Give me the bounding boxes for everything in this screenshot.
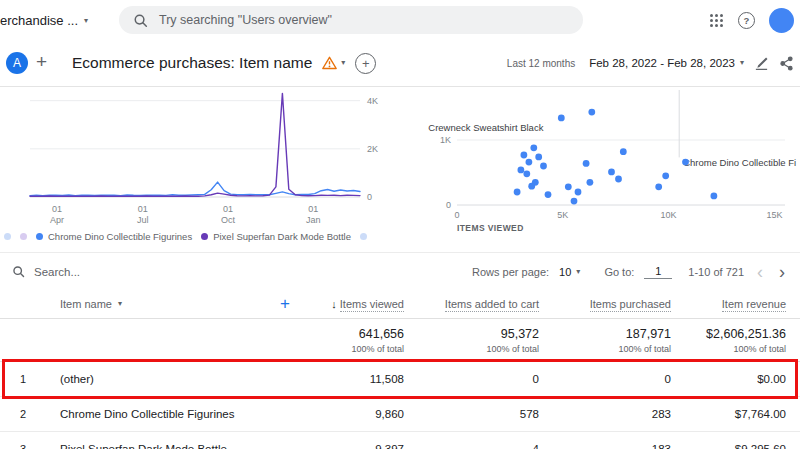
help-icon[interactable]: ? [738,12,755,29]
topbar-actions: ? [709,0,794,40]
legend-dot [201,233,208,240]
legend-overflow-dot [20,233,27,240]
svg-text:ITEMS VIEWED: ITEMS VIEWED [457,223,524,233]
pagination-controls: Rows per page: 10 ▾ Go to: 1 1-10 of 721… [472,263,788,281]
chevron-down-icon: ▾ [84,17,88,25]
svg-text:0: 0 [367,192,372,202]
legend-item[interactable]: Chrome Dino Collectible Figurines [36,231,192,242]
table-controls: Search... Rows per page: 10 ▾ Go to: 1 1… [0,252,800,290]
svg-text:01: 01 [223,204,233,214]
svg-text:Chrome Dino Collectible Fi: Chrome Dino Collectible Fi [683,157,796,168]
chevron-down-icon: ▾ [576,268,580,276]
svg-text:10K: 10K [661,210,677,220]
svg-text:Apr: Apr [50,215,64,225]
data-quality-button[interactable]: ▾ [322,56,345,70]
date-preset-label: Last 12 months [507,58,575,69]
svg-text:Jul: Jul [137,215,149,225]
total-item-revenue: $2,606,251.36 100% of total [673,327,800,354]
table-search[interactable]: Search... [12,265,80,278]
cell-items-purchased: 283 [541,408,673,420]
data-table: Item name ▾ + ↓Items viewed Items added … [0,290,800,449]
svg-text:Jan: Jan [306,215,321,225]
prev-page-button[interactable]: ‹ [754,263,766,281]
legend-item[interactable]: Pixel Superfan Dark Mode Bottle [201,231,351,242]
date-range-picker[interactable]: Feb 28, 2022 - Feb 28, 2023 ▾ [589,57,744,69]
warning-icon [322,56,337,70]
top-app-bar: erchandise ... ▾ Try searching "Users ov… [0,0,800,40]
table-row[interactable]: 3 Pixel Superfan Dark Mode Bottle 9,397 … [0,432,800,449]
total-items-added: 95,372 100% of total [406,327,541,354]
cell-items-added: 0 [406,373,541,385]
apps-grid-icon[interactable] [709,13,724,28]
add-comparison-button[interactable]: + [36,51,47,73]
svg-text:01: 01 [138,204,148,214]
total-items-viewed: 641,656 100% of total [302,327,406,354]
column-header-items-purchased[interactable]: Items purchased [541,298,673,310]
svg-text:0: 0 [454,210,459,220]
cell-item-revenue: $7,764.00 [673,408,800,420]
add-metric-button[interactable]: + [355,53,376,74]
date-range-value: Feb 28, 2022 - Feb 28, 2023 [589,57,735,69]
pagination-range: 1-10 of 721 [688,266,744,278]
svg-text:2K: 2K [367,144,378,154]
rows-per-page-select[interactable]: 10 ▾ [559,266,580,278]
scatter-chart-svg[interactable]: 1K005K10K15KITEMS VIEWEDCrewneck Sweatsh… [420,86,800,236]
legend-overflow-dot [4,233,11,240]
legend-dot [36,233,43,240]
comparison-chip[interactable]: A [6,52,28,74]
legend-label: Chrome Dino Collectible Figurines [48,231,192,242]
cell-items-purchased: 0 [541,373,673,385]
next-page-button[interactable]: › [776,263,788,281]
search-placeholder: Try searching "Users overview" [159,13,332,27]
global-search-bar[interactable]: Try searching "Users overview" [119,6,583,34]
goto-page-input[interactable]: 1 [644,264,672,279]
svg-text:0: 0 [446,200,451,210]
row-index: 1 [0,373,44,385]
report-header-actions: Last 12 months Feb 28, 2022 - Feb 28, 20… [507,40,794,86]
column-header-items-added[interactable]: Items added to cart [406,298,541,310]
column-header-item-name[interactable]: Item name ▾ + [44,294,302,314]
rows-per-page-label: Rows per page: [472,266,549,278]
cell-item-revenue: $0.00 [673,373,800,385]
column-header-items-viewed[interactable]: ↓Items viewed [302,298,406,310]
legend-label: Pixel Superfan Dark Mode Bottle [213,231,351,242]
cell-item-name: Pixel Superfan Dark Mode Bottle [44,443,302,449]
table-header-row: Item name ▾ + ↓Items viewed Items added … [0,290,800,319]
search-icon [133,13,148,28]
sort-desc-icon: ↓ [331,298,337,310]
table-search-placeholder: Search... [34,266,80,278]
svg-text:Oct: Oct [221,215,236,225]
total-items-purchased: 187,971 100% of total [541,327,673,354]
row-index: 3 [0,443,44,449]
chevron-down-icon: ▾ [341,59,345,67]
cell-items-viewed: 9,860 [302,408,406,420]
account-switcher[interactable]: erchandise ... ▾ [0,13,88,28]
cell-items-viewed: 11,508 [302,373,406,385]
cell-items-purchased: 183 [541,443,673,449]
chevron-down-icon: ▾ [740,59,744,67]
svg-text:1K: 1K [440,135,451,145]
cell-item-name: (other) [44,373,302,385]
chevron-down-icon: ▾ [118,300,122,308]
add-column-button[interactable]: + [280,294,302,314]
chart-legend: Chrome Dino Collectible Figurines Pixel … [4,231,408,242]
table-row[interactable]: 2 Chrome Dino Collectible Figurines 9,86… [0,397,800,432]
user-avatar[interactable] [769,8,794,33]
svg-text:4K: 4K [367,96,378,106]
cell-items-added: 578 [406,408,541,420]
svg-text:Crewneck Sweatshirt Black: Crewneck Sweatshirt Black [428,122,543,133]
totals-row: 641,656 100% of total 95,372 100% of tot… [0,319,800,362]
cell-items-added: 4 [406,443,541,449]
account-label: erchandise ... [0,13,78,28]
svg-text:15K: 15K [766,210,782,220]
report-title: Ecommerce purchases: Item name [72,54,312,72]
search-icon [12,265,25,278]
row-index: 2 [0,408,44,420]
cell-item-name: Chrome Dino Collectible Figurines [44,408,302,420]
customize-report-icon[interactable] [754,56,769,71]
column-header-item-revenue[interactable]: Item revenue [673,298,800,310]
svg-text:01: 01 [308,204,318,214]
table-row[interactable]: 1 (other) 11,508 0 0 $0.00 [0,362,800,397]
share-icon[interactable] [779,56,794,71]
line-chart-svg[interactable]: 4K2K001Apr01Jul01Oct01Jan [0,86,405,226]
